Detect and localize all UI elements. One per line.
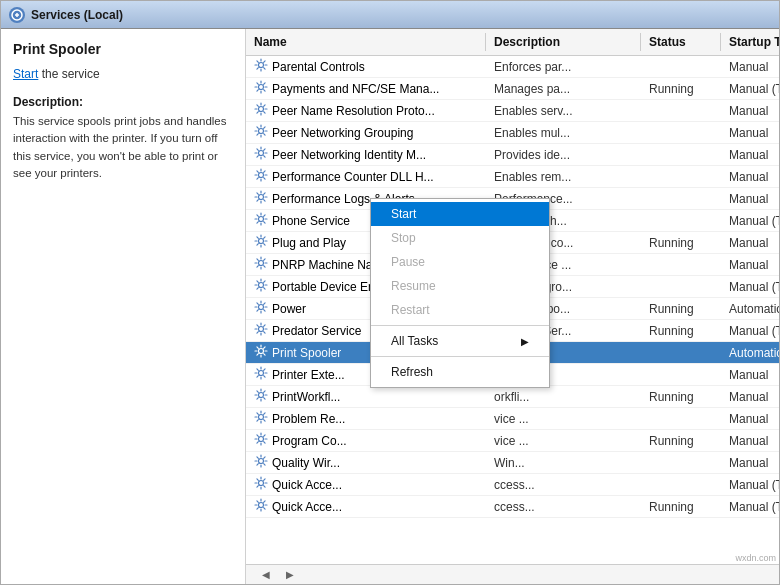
service-startup-type: Manual (Trigg... bbox=[721, 498, 779, 516]
service-name-cell: Peer Networking Grouping bbox=[246, 122, 486, 143]
service-description: Provides ide... bbox=[486, 146, 641, 164]
table-row[interactable]: Peer Networking Identity M...Provides id… bbox=[246, 144, 779, 166]
service-status bbox=[641, 351, 721, 355]
table-row[interactable]: Quick Acce...ccess...Manual (Trigg... bbox=[246, 474, 779, 496]
start-service-suffix: the service bbox=[38, 67, 99, 81]
svg-point-10 bbox=[259, 261, 264, 266]
service-status bbox=[641, 417, 721, 421]
context-menu-item: Pause bbox=[371, 250, 549, 274]
gear-icon bbox=[254, 432, 268, 449]
service-startup-type: Manual bbox=[721, 410, 779, 428]
service-name-label: Problem Re... bbox=[272, 412, 345, 426]
service-name-label: Payments and NFC/SE Mana... bbox=[272, 82, 439, 96]
svg-point-17 bbox=[259, 415, 264, 420]
service-name-cell: Performance Counter DLL H... bbox=[246, 166, 486, 187]
service-startup-type: Manual (Trigg... bbox=[721, 476, 779, 494]
service-description: Enables rem... bbox=[486, 168, 641, 186]
service-description: ccess... bbox=[486, 476, 641, 494]
service-name-label: Phone Service bbox=[272, 214, 350, 228]
selected-service-name: Print Spooler bbox=[13, 41, 233, 57]
service-startup-type: Manual bbox=[721, 256, 779, 274]
service-startup-type: Manual bbox=[721, 190, 779, 208]
service-startup-type: Automatic bbox=[721, 344, 779, 362]
table-row[interactable]: Peer Name Resolution Proto...Enables ser… bbox=[246, 100, 779, 122]
service-name-cell: Parental Controls bbox=[246, 56, 486, 77]
service-status: Running bbox=[641, 498, 721, 516]
service-name-cell: Peer Networking Identity M... bbox=[246, 144, 486, 165]
gear-icon bbox=[254, 454, 268, 471]
service-name-label: Quick Acce... bbox=[272, 500, 342, 514]
gear-icon bbox=[254, 124, 268, 141]
service-name-label: Plug and Play bbox=[272, 236, 346, 250]
gear-icon bbox=[254, 256, 268, 273]
context-menu-item[interactable]: Start bbox=[371, 202, 549, 226]
service-status bbox=[641, 263, 721, 267]
table-row[interactable]: Program Co...vice ...RunningManual bbox=[246, 430, 779, 452]
table-row[interactable]: Payments and NFC/SE Mana...Manages pa...… bbox=[246, 78, 779, 100]
service-name-label: Performance Counter DLL H... bbox=[272, 170, 434, 184]
context-menu-item-label: Stop bbox=[391, 231, 416, 245]
gear-icon bbox=[254, 300, 268, 317]
service-name-cell: Program Co... bbox=[246, 430, 486, 451]
service-name-label: Predator Service bbox=[272, 324, 361, 338]
service-description: orkfli... bbox=[486, 388, 641, 406]
context-menu-item[interactable]: All Tasks▶ bbox=[371, 329, 549, 353]
service-status bbox=[641, 131, 721, 135]
bottom-scroll-bar: ◀ ▶ bbox=[246, 564, 779, 584]
gear-icon bbox=[254, 234, 268, 251]
gear-icon bbox=[254, 322, 268, 339]
gear-icon bbox=[254, 410, 268, 427]
scroll-left-arrow[interactable]: ◀ bbox=[254, 569, 278, 580]
svg-point-20 bbox=[259, 481, 264, 486]
gear-icon bbox=[254, 344, 268, 361]
gear-icon bbox=[254, 498, 268, 515]
service-startup-type: Manual bbox=[721, 454, 779, 472]
table-row[interactable]: Quality Wir...Win...Manual bbox=[246, 452, 779, 474]
table-row[interactable]: Parental ControlsEnforces par...Manual bbox=[246, 56, 779, 78]
table-row[interactable]: PrintWorkfl...orkfli...RunningManual bbox=[246, 386, 779, 408]
service-startup-type: Manual (Trigg... bbox=[721, 278, 779, 296]
service-status: Running bbox=[641, 432, 721, 450]
svg-point-2 bbox=[259, 85, 264, 90]
description-text: This service spools print jobs and handl… bbox=[13, 113, 233, 182]
header-description: Description bbox=[486, 33, 641, 51]
gear-icon bbox=[254, 476, 268, 493]
context-menu-item-label: All Tasks bbox=[391, 334, 438, 348]
service-startup-type: Manual (Trigg... bbox=[721, 212, 779, 230]
table-header: Name Description Status Startup Type bbox=[246, 29, 779, 56]
service-name-label: Peer Networking Grouping bbox=[272, 126, 413, 140]
svg-point-15 bbox=[259, 371, 264, 376]
table-row[interactable]: Quick Acce...ccess...RunningManual (Trig… bbox=[246, 496, 779, 518]
svg-point-12 bbox=[259, 305, 264, 310]
service-status: Running bbox=[641, 388, 721, 406]
context-menu-item-label: Resume bbox=[391, 279, 436, 293]
service-status bbox=[641, 153, 721, 157]
gear-icon bbox=[254, 80, 268, 97]
service-name-cell: Problem Re... bbox=[246, 408, 486, 429]
service-startup-type: Manual bbox=[721, 388, 779, 406]
header-startup: Startup Type bbox=[721, 33, 779, 51]
context-menu-separator bbox=[371, 356, 549, 357]
title-bar: Services (Local) bbox=[1, 1, 779, 29]
table-row[interactable]: Problem Re...vice ...Manual bbox=[246, 408, 779, 430]
svg-point-6 bbox=[259, 173, 264, 178]
table-row[interactable]: Performance Counter DLL H...Enables rem.… bbox=[246, 166, 779, 188]
scroll-right-arrow[interactable]: ▶ bbox=[278, 569, 302, 580]
svg-point-19 bbox=[259, 459, 264, 464]
table-row[interactable]: Peer Networking GroupingEnables mul...Ma… bbox=[246, 122, 779, 144]
service-name-label: PrintWorkfl... bbox=[272, 390, 340, 404]
left-panel: Print Spooler Start the service Descript… bbox=[1, 29, 246, 584]
start-service-link[interactable]: Start bbox=[13, 67, 38, 81]
service-description: Manages pa... bbox=[486, 80, 641, 98]
service-name-cell: Quality Wir... bbox=[246, 452, 486, 473]
gear-icon bbox=[254, 366, 268, 383]
service-startup-type: Manual bbox=[721, 366, 779, 384]
gear-icon bbox=[254, 278, 268, 295]
svg-point-5 bbox=[259, 151, 264, 156]
service-name-cell: Quick Acce... bbox=[246, 496, 486, 517]
svg-point-1 bbox=[259, 63, 264, 68]
service-name-cell: Quick Acce... bbox=[246, 474, 486, 495]
svg-point-11 bbox=[259, 283, 264, 288]
description-heading: Description: bbox=[13, 95, 233, 109]
context-menu-item[interactable]: Refresh bbox=[371, 360, 549, 384]
